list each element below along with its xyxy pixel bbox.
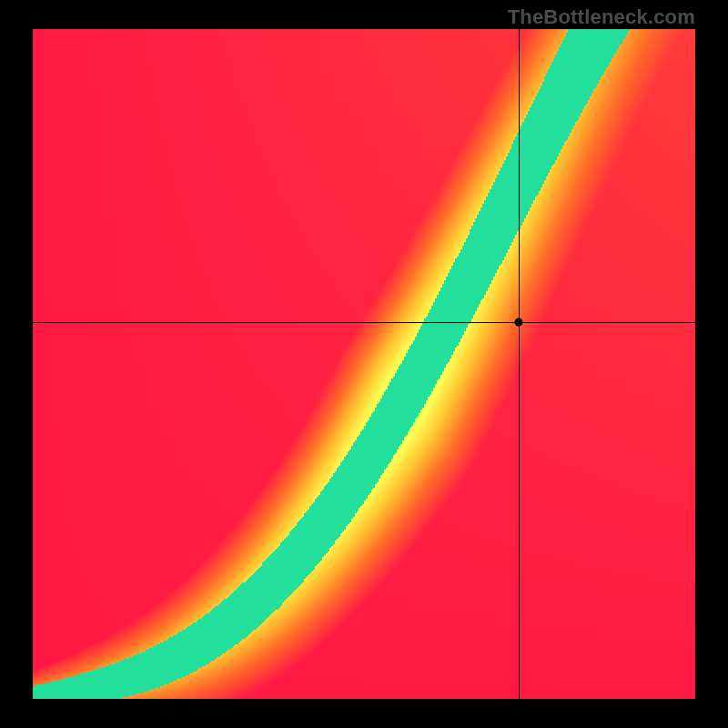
watermark-label: TheBottleneck.com (508, 5, 695, 29)
crosshair-marker (515, 318, 523, 327)
bottleneck-heatmap (33, 29, 695, 699)
crosshair-horizontal (33, 322, 695, 323)
chart-frame: TheBottleneck.com (0, 0, 728, 728)
crosshair-vertical (519, 29, 520, 699)
